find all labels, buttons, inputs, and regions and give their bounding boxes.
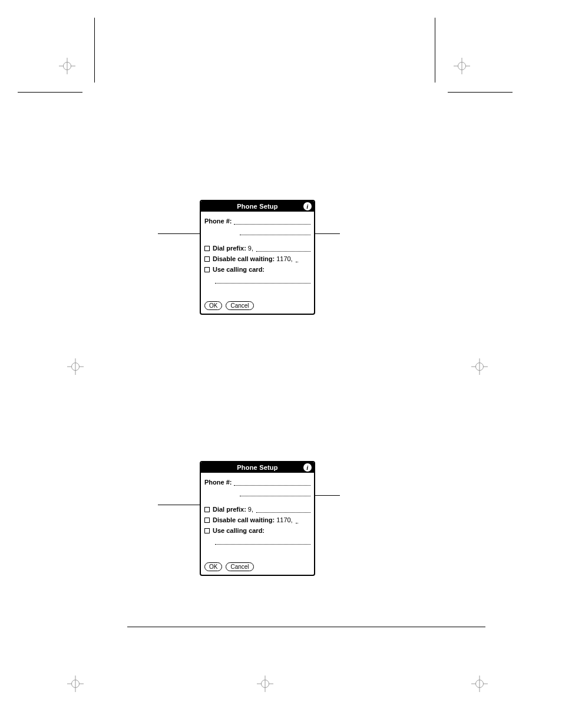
cancel-button[interactable]: Cancel	[226, 301, 253, 310]
dialog-titlebar: Phone Setup i	[201, 462, 314, 473]
calling-card-input-row	[204, 535, 310, 545]
registration-mark	[454, 58, 470, 74]
registration-mark	[67, 676, 84, 692]
button-bar: OK Cancel	[201, 549, 314, 575]
calling-card-checkbox[interactable]	[204, 267, 210, 272]
dial-prefix-row: Dial prefix: 9,	[204, 503, 310, 513]
calling-card-row: Use calling card:	[204, 263, 310, 273]
phone-number-row: Phone #:	[204, 476, 310, 486]
disable-call-waiting-row: Disable call waiting: 1170,	[204, 514, 310, 523]
registration-mark	[59, 58, 75, 74]
calling-card-label: Use calling card:	[213, 527, 265, 534]
dial-prefix-label: Dial prefix:	[213, 506, 246, 513]
button-bar: OK Cancel	[201, 288, 314, 314]
disable-call-waiting-checkbox[interactable]	[204, 518, 210, 523]
disable-call-waiting-checkbox[interactable]	[204, 256, 210, 262]
phone-number-label: Phone #:	[204, 479, 232, 486]
phone-number-input[interactable]	[234, 219, 310, 225]
calling-card-label: Use calling card:	[213, 266, 265, 273]
page-rule	[127, 627, 485, 627]
ok-button[interactable]: OK	[204, 562, 222, 571]
ok-button[interactable]: OK	[204, 301, 222, 310]
calling-card-checkbox[interactable]	[204, 528, 210, 533]
trim-line	[18, 92, 82, 93]
calling-card-row: Use calling card:	[204, 525, 310, 534]
registration-mark	[67, 358, 84, 375]
info-icon[interactable]: i	[303, 463, 312, 472]
disable-call-waiting-label: Disable call waiting:	[213, 516, 275, 523]
dialog-title: Phone Setup	[237, 464, 277, 471]
dial-prefix-input[interactable]	[256, 246, 310, 252]
disable-call-waiting-value: 1170,	[275, 255, 293, 262]
trim-line	[94, 18, 95, 83]
info-icon[interactable]: i	[303, 202, 312, 210]
disable-call-waiting-input[interactable]	[296, 256, 298, 262]
phone-number-label: Phone #:	[204, 218, 232, 225]
disable-call-waiting-label: Disable call waiting:	[213, 255, 275, 262]
dialog-titlebar: Phone Setup i	[201, 201, 314, 212]
registration-mark	[471, 358, 488, 375]
trim-line	[448, 92, 513, 93]
disable-call-waiting-input[interactable]	[296, 518, 298, 523]
calling-card-input[interactable]	[215, 539, 310, 545]
calling-card-input[interactable]	[215, 278, 310, 284]
registration-mark	[471, 676, 488, 692]
callout-line	[315, 233, 340, 234]
callout-line	[158, 505, 204, 505]
phone-number-row: Phone #:	[204, 215, 310, 225]
trim-line	[435, 18, 435, 83]
dial-prefix-row: Dial prefix: 9,	[204, 242, 310, 252]
calling-card-input-row	[204, 274, 310, 284]
phone-number-input-2[interactable]	[240, 229, 310, 235]
phone-number-input-2[interactable]	[240, 490, 310, 496]
phone-setup-dialog: Phone Setup i Phone #: Dial prefix: 9, D…	[200, 461, 315, 576]
phone-number-row-2	[204, 226, 310, 235]
dial-prefix-value: 9,	[246, 245, 254, 252]
disable-call-waiting-row: Disable call waiting: 1170,	[204, 253, 310, 262]
dialog-body: Phone #: Dial prefix: 9, Disable call wa…	[201, 473, 314, 549]
dialog-body: Phone #: Dial prefix: 9, Disable call wa…	[201, 212, 314, 288]
dial-prefix-input[interactable]	[256, 507, 310, 513]
dialog-title: Phone Setup	[237, 203, 277, 210]
dial-prefix-label: Dial prefix:	[213, 245, 246, 252]
phone-number-row-2	[204, 487, 310, 496]
cancel-button[interactable]: Cancel	[226, 562, 253, 571]
callout-line	[315, 495, 340, 496]
disable-call-waiting-value: 1170,	[275, 516, 293, 523]
registration-mark	[257, 676, 273, 692]
callout-line	[158, 233, 204, 234]
dial-prefix-checkbox[interactable]	[204, 507, 210, 512]
dial-prefix-checkbox[interactable]	[204, 246, 210, 251]
phone-setup-dialog: Phone Setup i Phone #: Dial prefix: 9, D…	[200, 200, 315, 315]
phone-number-input[interactable]	[234, 480, 310, 486]
dial-prefix-value: 9,	[246, 506, 254, 513]
